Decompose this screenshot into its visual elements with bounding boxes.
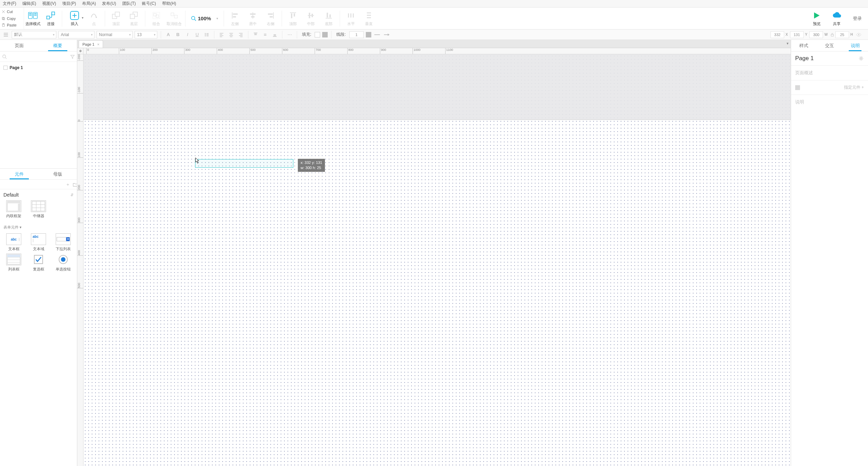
align-right-button[interactable]: 右侧 [262,8,280,29]
size-select-value: 13 [137,32,142,37]
menu-view[interactable]: 视图(V) [42,1,56,7]
lock-aspect-icon[interactable] [830,31,835,38]
align-center-h-button[interactable]: 居中 [244,8,262,29]
font-select-value: Arial [61,32,69,37]
menu-help[interactable]: 帮助(H) [162,1,176,7]
zoom-dropdown-icon[interactable]: ▾ [216,16,218,20]
share-button[interactable]: 共享 [829,11,845,26]
align-middle-button[interactable]: 中部 [302,8,320,29]
visibility-icon[interactable] [855,31,863,38]
line-color-swatch[interactable] [366,32,371,37]
line-label: 线段: [336,32,346,37]
svg-rect-31 [294,13,295,16]
svg-rect-37 [350,13,351,18]
group-button[interactable]: 组合 [147,8,165,29]
cut-action[interactable]: Cut [1,8,22,15]
svg-rect-35 [329,14,331,18]
v-align-bottom-icon[interactable] [271,31,279,38]
point-button[interactable]: 点 [85,8,103,29]
svg-rect-21 [171,13,174,15]
menu-team[interactable]: 团队(T) [122,1,136,7]
line-width-input[interactable] [349,31,364,38]
svg-rect-28 [268,13,273,15]
menu-account[interactable]: 账号(C) [142,1,156,7]
w-input[interactable] [809,31,823,38]
arrow-style-icon[interactable] [383,31,391,38]
italic-icon[interactable]: I [184,31,191,38]
dist-v-button[interactable]: 垂直 [360,8,378,29]
style-select-value: 默认 [14,32,22,37]
preview-button[interactable]: 预览 [809,11,825,26]
login-link[interactable]: 登录 [853,15,862,22]
top-layer-button[interactable]: 顶层 [107,8,125,29]
dist-h-icon [346,11,356,20]
menu-project[interactable]: 项目(P) [62,1,76,7]
select-mode-icon [28,11,38,20]
v-align-middle-icon[interactable] [261,31,269,38]
position-size-inputs: X Y W H [770,31,866,38]
ungroup-button[interactable]: 取消组合 [165,8,183,29]
menu-publish[interactable]: 发布(U) [102,1,116,7]
select-mode-button[interactable]: 选择模式 [24,8,42,29]
zoom-control[interactable]: ▾ [191,15,218,21]
bold-icon[interactable]: B [174,31,182,38]
svg-rect-11 [52,12,55,15]
weight-select-value: Normal [99,32,112,37]
svg-point-42 [205,33,206,34]
h-align-left-icon[interactable] [218,31,225,38]
fmt-separator [282,31,282,38]
insert-button[interactable]: ▾ 插入 [64,8,85,29]
bullets-icon[interactable] [203,31,211,38]
align-center-h-icon [248,11,258,20]
insert-icon: ▾ [70,11,79,20]
toolbar-separator [145,11,145,26]
fill-swatch[interactable] [322,32,328,37]
toolbar-separator [62,11,62,26]
zoom-icon [191,16,196,21]
menu-layout[interactable]: 布局(A) [82,1,96,7]
weight-select[interactable]: Normal [97,31,133,38]
more-text-icon[interactable]: ⋯ [286,31,293,38]
fill-swatch-empty[interactable] [315,32,320,37]
line-style-icon[interactable] [373,31,381,38]
svg-rect-9 [34,14,37,15]
zoom-input[interactable] [198,15,215,21]
align-top-icon [288,11,298,20]
align-top-label: 顶部 [289,21,297,26]
align-left-button[interactable]: 左侧 [226,8,244,29]
dist-h-label: 水平 [347,21,355,26]
svg-point-44 [205,35,206,36]
h-align-center-icon[interactable] [227,31,235,38]
fmt-separator [214,31,214,38]
h-align-right-icon[interactable] [237,31,245,38]
style-manager-icon[interactable] [2,31,10,38]
dist-h-button[interactable]: 水平 [342,8,360,29]
svg-rect-34 [327,13,328,18]
align-bottom-label: 底部 [325,21,332,26]
align-bottom-button[interactable]: 底部 [320,8,338,29]
menu-file[interactable]: 文件(F) [3,1,16,7]
x-unit: X [786,33,788,36]
h-input[interactable] [835,31,849,38]
underline-icon[interactable]: U [193,31,201,38]
size-select[interactable]: 13 [135,31,157,38]
paste-action[interactable]: Paste [1,22,22,29]
y-unit: Y [805,33,808,36]
align-bottom-icon [324,11,334,20]
y-input[interactable] [790,31,804,38]
menu-edit[interactable]: 编辑(E) [22,1,36,7]
text-color-icon[interactable]: A [165,31,172,38]
svg-rect-3 [3,24,4,24]
cut-label: Cut [7,10,13,14]
toolbar-separator [224,11,224,26]
connect-button[interactable]: 连接 [42,8,60,29]
style-select[interactable]: 默认 [12,31,56,38]
v-align-top-icon[interactable] [252,31,259,38]
copy-action[interactable]: Copy [1,15,22,22]
bottom-layer-button[interactable]: 底层 [125,8,143,29]
toolbar-separator [105,11,105,26]
font-select[interactable]: Arial [58,31,94,38]
right-tools: 预览 共享 登录 [809,11,868,26]
align-top-button[interactable]: 顶部 [284,8,302,29]
x-input[interactable] [770,31,784,38]
